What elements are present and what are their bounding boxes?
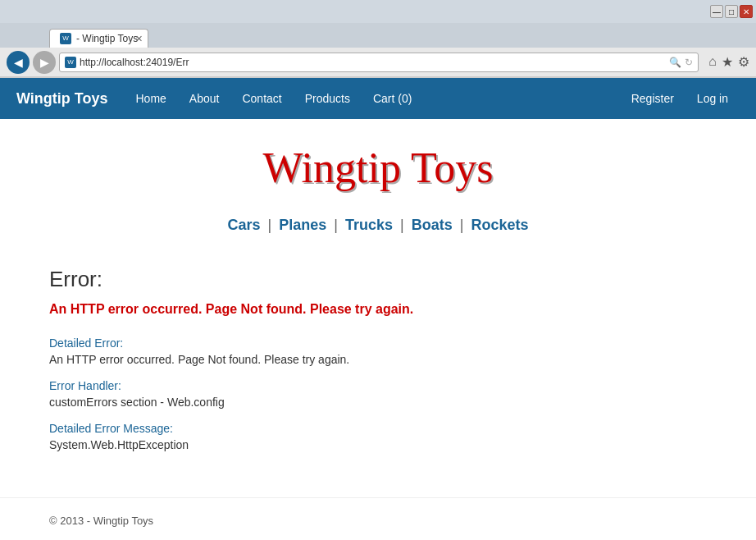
- forward-icon: ▶: [40, 56, 49, 69]
- error-handler-value: customErrors section - Web.config: [49, 396, 707, 409]
- refresh-icon[interactable]: ↻: [685, 57, 693, 68]
- minimize-button[interactable]: —: [710, 5, 723, 18]
- detailed-error-value: An HTTP error occurred. Page Not found. …: [49, 353, 707, 366]
- site-nav: Wingtip Toys Home About Contact Products…: [0, 78, 756, 119]
- tab-bar: W - Wingtip Toys ✕: [0, 23, 756, 48]
- favorites-icon[interactable]: ★: [722, 54, 733, 70]
- title-bar: — □ ✕: [0, 0, 756, 23]
- search-icon: 🔍: [669, 57, 681, 68]
- settings-icon[interactable]: ⚙: [738, 54, 749, 70]
- site-wrapper: Wingtip Toys Home About Contact Products…: [0, 78, 756, 540]
- nav-cart[interactable]: Cart (0): [362, 80, 423, 117]
- home-icon[interactable]: ⌂: [708, 54, 717, 70]
- browser-chrome: — □ ✕ W - Wingtip Toys ✕ ◀ ▶ W http://lo…: [0, 0, 756, 78]
- category-cars[interactable]: Cars: [227, 217, 260, 233]
- url-text: http://localhost:24019/Err: [80, 57, 669, 68]
- cat-sep-1: |: [268, 217, 272, 233]
- back-icon: ◀: [14, 56, 23, 69]
- site-brand-link[interactable]: Wingtip Toys: [16, 90, 108, 108]
- error-content: Error: An HTTP error occurred. Page Not …: [0, 250, 756, 481]
- nav-right: Register Log in: [620, 80, 740, 117]
- url-box: W http://localhost:24019/Err 🔍 ↻: [59, 53, 699, 72]
- category-rockets[interactable]: Rockets: [471, 217, 528, 233]
- error-main-message: An HTTP error occurred. Page Not found. …: [49, 302, 707, 317]
- detailed-message-label: Detailed Error Message:: [49, 422, 707, 435]
- nav-login[interactable]: Log in: [685, 80, 740, 117]
- tab-favicon: W: [60, 33, 71, 44]
- nav-products[interactable]: Products: [294, 80, 362, 117]
- nav-about[interactable]: About: [178, 80, 231, 117]
- category-boats[interactable]: Boats: [412, 217, 453, 233]
- url-favicon: W: [65, 57, 76, 68]
- category-planes[interactable]: Planes: [279, 217, 326, 233]
- category-trucks[interactable]: Trucks: [345, 217, 393, 233]
- cat-sep-4: |: [460, 217, 464, 233]
- site-title: Wingtip Toys: [263, 144, 494, 192]
- error-heading: Error:: [49, 267, 707, 292]
- footer-text: © 2013 - Wingtip Toys: [49, 515, 153, 527]
- toolbar-icons: ⌂ ★ ⚙: [708, 54, 749, 70]
- back-button[interactable]: ◀: [7, 51, 30, 74]
- tab-close-button[interactable]: ✕: [135, 34, 143, 44]
- nav-links: Home About Contact Products Cart (0): [125, 80, 620, 117]
- detailed-message-value: System.Web.HttpException: [49, 438, 707, 451]
- address-bar: ◀ ▶ W http://localhost:24019/Err 🔍 ↻ ⌂ ★…: [0, 48, 756, 77]
- category-links: Cars | Planes | Trucks | Boats | Rockets: [0, 208, 756, 250]
- nav-register[interactable]: Register: [620, 80, 685, 117]
- browser-tab[interactable]: W - Wingtip Toys ✕: [49, 29, 148, 48]
- site-footer: © 2013 - Wingtip Toys: [0, 497, 756, 540]
- nav-home[interactable]: Home: [125, 80, 178, 117]
- tab-label: - Wingtip Toys: [76, 33, 138, 44]
- nav-contact[interactable]: Contact: [230, 80, 293, 117]
- close-button[interactable]: ✕: [740, 5, 753, 18]
- forward-button[interactable]: ▶: [33, 51, 56, 74]
- maximize-button[interactable]: □: [725, 5, 738, 18]
- cat-sep-2: |: [334, 217, 338, 233]
- error-handler-label: Error Handler:: [49, 379, 707, 392]
- detailed-error-label: Detailed Error:: [49, 336, 707, 350]
- site-title-area: Wingtip Toys: [0, 119, 756, 208]
- cat-sep-3: |: [400, 217, 404, 233]
